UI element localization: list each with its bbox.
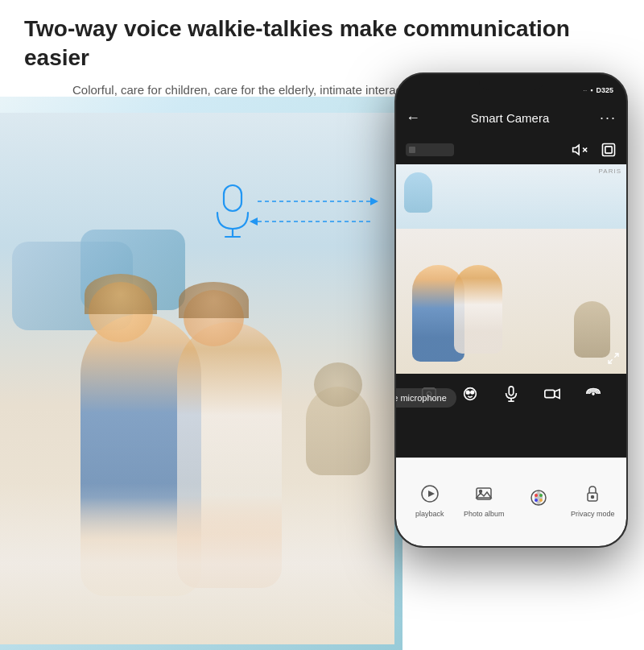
- mute-icon[interactable]: [572, 142, 588, 158]
- camera-toolbar: [396, 135, 626, 164]
- svg-rect-11: [605, 147, 612, 153]
- battery-icon: ▪: [590, 86, 592, 94]
- app-title: Smart Camera: [471, 111, 550, 125]
- expand-icon[interactable]: [607, 352, 620, 367]
- svg-rect-22: [545, 390, 555, 397]
- svg-point-32: [539, 494, 543, 497]
- status-icons: ·· ▪ D325: [583, 86, 613, 94]
- video-icon[interactable]: [543, 385, 561, 403]
- playback-bar: [406, 143, 454, 156]
- status-dots: ··: [583, 86, 587, 94]
- camera-view: PARIS: [396, 164, 626, 374]
- svg-point-31: [535, 494, 538, 497]
- photo-album-label: Photo album: [464, 510, 505, 518]
- phone-mockup: ·· ▪ D325 ← Smart Camera ···: [394, 72, 628, 548]
- theme-icon: [526, 485, 551, 511]
- svg-marker-26: [428, 491, 435, 497]
- location-label: PARIS: [599, 168, 621, 175]
- bottom-navigation: playback Photo album: [396, 457, 626, 546]
- record-icon[interactable]: [461, 385, 479, 403]
- svg-marker-28: [477, 492, 491, 498]
- main-title: Two-way voice walkie-talkies make commun…: [24, 14, 620, 73]
- mic-center-icon[interactable]: [502, 385, 520, 403]
- svg-marker-7: [573, 145, 580, 155]
- svg-marker-23: [555, 390, 559, 399]
- svg-point-34: [539, 499, 543, 502]
- page-wrapper: Two-way voice walkie-talkies make commun…: [0, 0, 644, 650]
- svg-line-13: [609, 359, 613, 363]
- children-photo-bg: [0, 113, 394, 644]
- playback-label: playback: [415, 510, 444, 518]
- nav-item-photo-album[interactable]: Photo album: [460, 481, 508, 518]
- nav-item-playback[interactable]: playback: [406, 481, 454, 518]
- cam-teddy: [574, 301, 610, 358]
- back-button[interactable]: ←: [406, 110, 420, 126]
- fullscreen-icon[interactable]: [601, 142, 617, 158]
- cam-child2: [454, 265, 502, 354]
- privacy-mode-label: Privacy mode: [571, 510, 615, 518]
- signal-label: D325: [596, 86, 613, 94]
- phone-body: ·· ▪ D325 ← Smart Camera ···: [394, 72, 628, 548]
- more-menu-button[interactable]: ···: [600, 110, 617, 126]
- photo-album-icon: [471, 481, 497, 507]
- app-header: ← Smart Camera ···: [396, 100, 626, 135]
- svg-point-18: [471, 391, 474, 394]
- svg-rect-19: [509, 387, 514, 395]
- microphone-tooltip: Hold down the microphone: [396, 388, 456, 408]
- playback-icon: [417, 481, 443, 507]
- svg-point-24: [592, 393, 594, 395]
- svg-point-36: [592, 495, 594, 498]
- phone-notch: [479, 74, 543, 90]
- signal-waves-icon[interactable]: [584, 385, 602, 403]
- svg-point-29: [480, 490, 482, 492]
- svg-point-16: [464, 388, 477, 400]
- svg-rect-10: [603, 144, 615, 156]
- privacy-mode-icon: [580, 481, 605, 507]
- svg-point-17: [467, 391, 470, 394]
- cam-lamp: [404, 172, 432, 213]
- nav-item-privacy-mode[interactable]: Privacy mode: [568, 481, 617, 518]
- svg-line-12: [614, 354, 618, 358]
- svg-point-33: [535, 499, 538, 502]
- nav-item-theme[interactable]: [514, 485, 563, 514]
